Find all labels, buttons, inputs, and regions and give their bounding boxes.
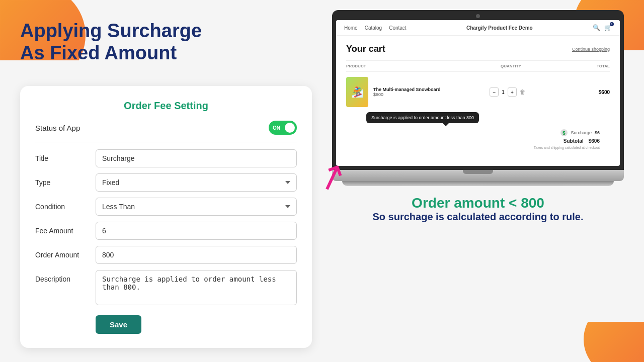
nav-icons: 🔍 🛒 1 bbox=[593, 24, 612, 31]
nav-link-home: Home bbox=[344, 25, 358, 31]
form-card: Order Fee Setting Status of App ON Title… bbox=[20, 86, 312, 348]
type-row: Type Fixed Percentage bbox=[35, 173, 297, 192]
order-amount-input[interactable] bbox=[96, 246, 297, 264]
main-container: Applying Surcharge As Fixed Amount Order… bbox=[0, 0, 644, 362]
search-icon[interactable]: 🔍 bbox=[593, 24, 600, 31]
status-row: Status of App ON bbox=[35, 121, 297, 142]
remove-item-button[interactable]: 🗑 bbox=[520, 88, 526, 96]
cart-item-row: 🏂 The Multi-managed Snowboard $600 − 1 +… bbox=[346, 77, 610, 107]
product-image: 🏂 bbox=[346, 77, 368, 107]
surcharge-amount: $6 bbox=[595, 130, 600, 135]
description-textarea[interactable]: Surcharge is applied to order amount les… bbox=[96, 270, 297, 305]
laptop-mockup: Home Catalog Contact Chargify Product Fe… bbox=[332, 10, 624, 186]
form-card-title: Order Fee Setting bbox=[35, 100, 297, 112]
laptop-base bbox=[332, 170, 624, 181]
surcharge-icon: 💲 bbox=[560, 129, 568, 136]
bottom-line1: Order amount < 800 bbox=[372, 195, 583, 211]
qty-increase-button[interactable]: + bbox=[508, 87, 517, 97]
cart-table-header: PRODUCT QUANTITY TOTAL bbox=[346, 60, 610, 72]
fee-amount-input[interactable] bbox=[96, 222, 297, 240]
bottom-text: Order amount < 800 So surchage is calcul… bbox=[372, 195, 583, 223]
qty-value: 1 bbox=[502, 89, 505, 95]
laptop-screen-wrapper: Home Catalog Contact Chargify Product Fe… bbox=[332, 10, 624, 170]
cart-content: Your cart Continue shopping PRODUCT QUAN… bbox=[336, 36, 620, 157]
nav-links: Home Catalog Contact bbox=[344, 25, 407, 31]
col-total: TOTAL bbox=[544, 64, 610, 68]
col-quantity: QUANTITY bbox=[478, 64, 544, 68]
shop-title: Chargify Product Fee Demo bbox=[466, 25, 533, 31]
product-name: The Multi-managed Snowboard bbox=[373, 87, 470, 92]
surcharge-label: Surcharge bbox=[571, 130, 592, 135]
fee-amount-row: Fee Amount bbox=[35, 222, 297, 240]
order-amount-row: Order Amount bbox=[35, 246, 297, 264]
condition-label: Condition bbox=[35, 198, 91, 211]
condition-select[interactable]: Less Than Greater Than Equal To bbox=[96, 198, 297, 216]
save-button[interactable]: Save bbox=[96, 315, 141, 334]
item-total: $600 bbox=[545, 89, 610, 95]
cart-icon[interactable]: 🛒 1 bbox=[604, 24, 612, 31]
product-info: The Multi-managed Snowboard $600 bbox=[373, 87, 470, 97]
laptop-camera bbox=[476, 14, 480, 18]
toggle-knob bbox=[285, 123, 295, 133]
condition-row: Condition Less Than Greater Than Equal T… bbox=[35, 198, 297, 216]
nav-link-contact: Contact bbox=[389, 25, 406, 31]
laptop-shadow bbox=[342, 181, 614, 186]
fee-amount-label: Fee Amount bbox=[35, 222, 91, 235]
type-label: Type bbox=[35, 173, 91, 187]
status-label: Status of App bbox=[35, 124, 80, 132]
nav-link-catalog: Catalog bbox=[365, 25, 382, 31]
right-panel: Home Catalog Contact Chargify Product Fe… bbox=[332, 15, 624, 347]
type-select[interactable]: Fixed Percentage bbox=[96, 173, 297, 192]
qty-controls: − 1 + 🗑 bbox=[475, 87, 540, 97]
description-row: Description Surcharge is applied to orde… bbox=[35, 270, 297, 305]
left-panel: Applying Surcharge As Fixed Amount Order… bbox=[20, 15, 312, 347]
title-row: Title bbox=[35, 149, 297, 167]
subtotal-line: Subtotal $606 bbox=[346, 138, 610, 146]
description-label: Description bbox=[35, 270, 91, 283]
continue-shopping-link[interactable]: Continue shopping bbox=[572, 47, 610, 52]
order-amount-label: Order Amount bbox=[35, 246, 91, 259]
tax-note: Taxes and shipping calculated at checkou… bbox=[346, 146, 610, 149]
col-product: PRODUCT bbox=[346, 64, 478, 68]
qty-decrease-button[interactable]: − bbox=[490, 87, 499, 97]
subtotal-label: Subtotal bbox=[564, 138, 584, 144]
page-title: Applying Surcharge As Fixed Amount bbox=[20, 20, 312, 64]
toggle-text: ON bbox=[273, 125, 280, 131]
bottom-line2: So surchage is calculated according to r… bbox=[372, 211, 583, 223]
title-label: Title bbox=[35, 149, 91, 162]
laptop-screen: Home Catalog Contact Chargify Product Fe… bbox=[336, 20, 620, 166]
product-price: $600 bbox=[373, 92, 470, 97]
cart-header: Your cart Continue shopping bbox=[346, 44, 610, 54]
status-toggle[interactable]: ON bbox=[269, 121, 297, 135]
surcharge-tooltip: Surcharge is applied to order amount les… bbox=[366, 112, 479, 123]
surcharge-line: 💲 Surcharge $6 bbox=[346, 129, 610, 136]
subtotal-amount: $606 bbox=[589, 138, 600, 144]
title-input[interactable] bbox=[96, 149, 297, 167]
cart-heading: Your cart bbox=[346, 44, 385, 54]
shop-navbar: Home Catalog Contact Chargify Product Fe… bbox=[336, 20, 620, 36]
cart-badge: 1 bbox=[610, 22, 614, 26]
tooltip-wrapper: Surcharge is applied to order amount les… bbox=[346, 112, 610, 127]
laptop-notch bbox=[463, 170, 493, 174]
